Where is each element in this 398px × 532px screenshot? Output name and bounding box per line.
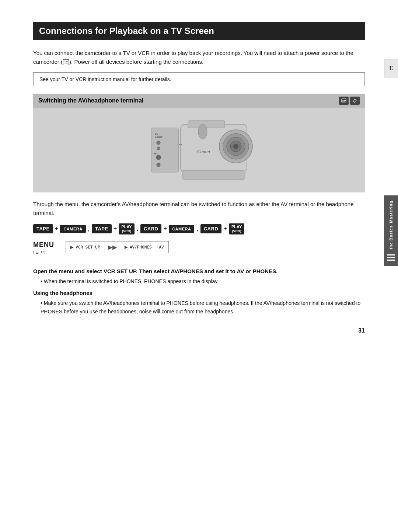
section-header: Switching the AV/headphone terminal <box>33 94 365 108</box>
svg-line-4 <box>354 100 356 101</box>
menu-ref: ( ⊑ 37) <box>33 250 63 254</box>
svg-point-20 <box>198 124 207 139</box>
tape-tag-2: TAPE <box>92 224 112 233</box>
plus-4: + <box>223 225 227 233</box>
sidebar-line-2 <box>387 257 395 258</box>
svg-point-12 <box>157 163 160 167</box>
connector-diagram: TAPE + CAMERA , TAPE + PLAY (VCR) , CARD… <box>33 223 365 234</box>
svg-point-8 <box>157 141 160 145</box>
svg-text:INPUT: INPUT <box>155 136 163 139</box>
menu-double-arrow: ▶▶ <box>105 241 120 253</box>
comma-1: , <box>88 225 90 233</box>
sidebar-lines <box>387 254 395 261</box>
svg-point-9 <box>157 147 160 150</box>
sidebar-line-1 <box>387 254 395 255</box>
page-container: E Mastering the Basics Connections for P… <box>0 0 398 349</box>
svg-point-1 <box>342 100 343 101</box>
cassette-icon <box>339 97 349 105</box>
page-ref: 12 <box>63 59 69 65</box>
menu-steps-box: ▶ VCR SET UP ▶▶ ▶ AV/PHONES···AV <box>66 241 169 253</box>
intro-paragraph: You can connect the camcorder to a TV or… <box>33 49 365 66</box>
basics-label: the Basics <box>389 225 393 249</box>
camera-tag-1: CAMERA <box>60 225 85 233</box>
comma-3: , <box>196 225 198 233</box>
section-title-text: Switching the AV/headphone terminal <box>38 97 143 104</box>
subheading-headphones: Using the headphones <box>33 290 365 296</box>
pencil-icon <box>350 97 360 105</box>
tape-tag-1: TAPE <box>33 224 53 233</box>
bullet-1: When the terminal is switched to PHONES,… <box>41 277 365 285</box>
instruction-bold: Open the menu and select VCR SET UP. The… <box>33 268 365 274</box>
note-box: See your TV or VCR instruction manual fo… <box>33 72 365 86</box>
play-vcr-2: PLAY (VCR) <box>229 223 244 234</box>
svg-point-11 <box>156 155 161 160</box>
camera-svg: AV INPUT MIC Canon <box>129 113 269 187</box>
page-number: 31 <box>358 327 365 334</box>
svg-rect-22 <box>182 170 245 180</box>
menu-description: Through the menu, the camcorder's AV/hea… <box>33 200 365 218</box>
menu-navigation-row: MENU ( ⊑ 37) ▶ VCR SET UP ▶▶ ▶ AV/PHONES… <box>33 241 365 261</box>
camera-illustration-area: AV INPUT MIC Canon <box>33 108 365 192</box>
card-tag-2: CARD <box>200 224 222 233</box>
section-header-icons <box>339 97 360 105</box>
menu-icon-area: MENU ( ⊑ 37) <box>33 241 63 254</box>
comma-2: , <box>137 225 138 233</box>
svg-rect-19 <box>188 121 225 128</box>
sidebar-e-label: E <box>389 65 393 72</box>
svg-text:MIC: MIC <box>154 153 158 155</box>
menu-icon-text: MENU <box>33 241 63 249</box>
menu-step-2: ▶ AV/PHONES···AV <box>120 242 168 252</box>
plus-2: + <box>114 225 117 233</box>
play-vcr-1: PLAY (VCR) <box>119 223 134 234</box>
mastering-label: Mastering <box>389 201 393 223</box>
page-title: Connections for Playback on a TV Screen <box>33 22 365 40</box>
note-text: See your TV or VCR instruction manual fo… <box>39 76 171 82</box>
plus-3: + <box>163 225 167 233</box>
plus-1: + <box>55 225 59 233</box>
svg-text:AV: AV <box>155 133 158 136</box>
card-tag-1: CARD <box>140 224 162 233</box>
menu-step-arrow-1: ▶ VCR SET UP <box>66 242 105 252</box>
bullet-2: Make sure you switch the AV/headphones t… <box>41 299 365 316</box>
svg-text:Canon: Canon <box>197 149 210 154</box>
sidebar-mastering: Mastering the Basics <box>384 195 398 266</box>
camera-tag-2: CAMERA <box>169 225 194 233</box>
svg-point-18 <box>233 144 238 149</box>
sidebar-line-3 <box>387 260 395 261</box>
svg-point-2 <box>345 100 346 101</box>
sidebar-tab-e: E <box>384 59 398 77</box>
